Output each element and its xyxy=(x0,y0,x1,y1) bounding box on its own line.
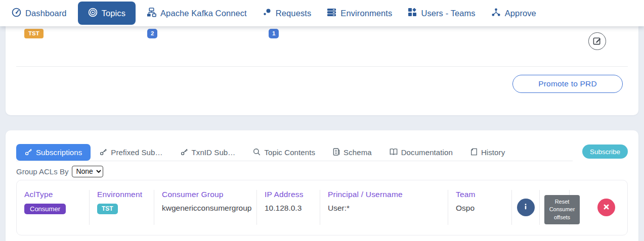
nav-item-users-teams[interactable]: Users - Teams xyxy=(403,2,480,25)
edit-topic-button[interactable] xyxy=(588,32,606,50)
tab-label: Prefixed Sub… xyxy=(111,148,162,157)
history-icon xyxy=(470,148,478,157)
squares-icon xyxy=(408,8,417,19)
subscriptions-card: Subscriptions Prefixed Sub… TxnID Sub… T… xyxy=(6,130,638,241)
nav-item-label: Users - Teams xyxy=(421,9,475,18)
nav-item-topics[interactable]: Topics xyxy=(78,2,136,25)
server-stack-icon xyxy=(327,8,336,19)
consumer-group-header: Consumer Group xyxy=(162,190,256,199)
edit-icon xyxy=(593,36,602,46)
tabs-row: Subscriptions Prefixed Sub… TxnID Sub… T… xyxy=(16,144,628,161)
team-header: Team xyxy=(456,190,511,199)
tab-subscriptions[interactable]: Subscriptions xyxy=(16,144,91,161)
tab-label: Topic Contents xyxy=(264,148,315,157)
tab-schema[interactable]: Schema xyxy=(324,144,380,161)
topic-overview-card: TST 2 1 Promote to PRD xyxy=(6,26,638,115)
team-cell: Team Ospo xyxy=(448,190,512,225)
principal-header: Principal / Username xyxy=(328,190,448,199)
tab-documentation[interactable]: Documentation xyxy=(381,144,461,161)
group-acls-row: Group ACLs By None xyxy=(16,165,628,177)
group-acls-label: Group ACLs By xyxy=(16,167,68,176)
search-icon xyxy=(253,148,261,157)
info-cell xyxy=(512,190,540,225)
dots-icon xyxy=(263,8,272,19)
principal-value: User:* xyxy=(328,204,350,212)
close-icon xyxy=(603,203,610,212)
ip-address-header: IP Address xyxy=(265,190,320,199)
ip-address-value: 10.128.0.3 xyxy=(265,204,302,212)
tab-txnid-subs[interactable]: TxnID Sub… xyxy=(172,144,244,161)
bullseye-icon xyxy=(88,8,98,19)
consumer-group-value: kwgenericconsumergroup xyxy=(162,204,251,212)
tab-bar: Subscriptions Prefixed Sub… TxnID Sub… T… xyxy=(16,144,573,161)
nav-item-label: Dashboard xyxy=(25,9,67,18)
environment-badge: TST xyxy=(97,204,118,214)
nav-item-approve[interactable]: Approve xyxy=(487,2,541,25)
info-icon xyxy=(522,203,529,212)
nav-item-label: Apache Kafka Connect xyxy=(160,9,247,18)
tab-label: Documentation xyxy=(401,148,453,157)
acl-type-badge: Consumer xyxy=(24,204,66,214)
environment-cell: Environment TST xyxy=(90,190,154,225)
nav-item-environments[interactable]: Environments xyxy=(322,2,397,25)
sitemap-icon xyxy=(147,8,156,19)
promote-to-prd-button[interactable]: Promote to PRD xyxy=(512,75,623,93)
tab-label: TxnID Sub… xyxy=(192,148,236,157)
nav-item-kafka-connect[interactable]: Apache Kafka Connect xyxy=(142,2,251,25)
key-icon xyxy=(25,148,32,157)
principal-cell: Principal / Username User:* xyxy=(320,190,448,225)
file-icon xyxy=(333,148,340,157)
replicas-count-badge: 1 xyxy=(269,29,279,38)
share-nodes-icon xyxy=(491,8,501,19)
nav-item-label: Approve xyxy=(505,9,536,18)
nav-item-label: Environments xyxy=(340,9,392,18)
nav-item-dashboard[interactable]: Dashboard xyxy=(7,2,71,25)
group-acls-select[interactable]: None xyxy=(72,166,103,177)
gauge-icon xyxy=(12,8,21,19)
acl-table-row: AclType Consumer Environment TST Consume… xyxy=(16,180,628,235)
delete-acl-button[interactable] xyxy=(597,199,615,216)
nav-item-requests[interactable]: Requests xyxy=(258,2,316,25)
key-icon xyxy=(181,148,188,157)
tab-topic-contents[interactable]: Topic Contents xyxy=(244,144,324,161)
partitions-count-badge: 2 xyxy=(147,29,157,38)
environment-badge: TST xyxy=(24,29,44,38)
ip-address-cell: IP Address 10.128.0.3 xyxy=(257,190,320,225)
team-value: Ospo xyxy=(456,204,475,212)
top-navbar: Dashboard Topics Apache Kafka Connect Re… xyxy=(0,0,644,26)
subscribe-button[interactable]: Subscribe xyxy=(582,144,628,159)
tab-label: Schema xyxy=(344,148,372,157)
tab-history[interactable]: History xyxy=(462,144,513,161)
tab-label: Subscriptions xyxy=(36,148,82,157)
card-divider xyxy=(16,66,628,67)
consumer-group-cell: Consumer Group kwgenericconsumergroup xyxy=(154,190,257,225)
reset-consumer-offsets-tooltip[interactable]: Reset Consumer offsets xyxy=(544,195,580,224)
nav-item-label: Requests xyxy=(276,9,312,18)
acl-info-button[interactable] xyxy=(517,199,535,216)
tab-label: History xyxy=(481,148,505,157)
key-icon xyxy=(100,148,107,157)
acl-type-header: AclType xyxy=(24,190,89,199)
nav-item-label: Topics xyxy=(102,9,125,18)
acl-type-cell: AclType Consumer xyxy=(17,190,90,225)
environment-header: Environment xyxy=(97,190,154,199)
book-icon xyxy=(390,148,398,157)
tab-prefixed-subs[interactable]: Prefixed Sub… xyxy=(91,144,171,161)
